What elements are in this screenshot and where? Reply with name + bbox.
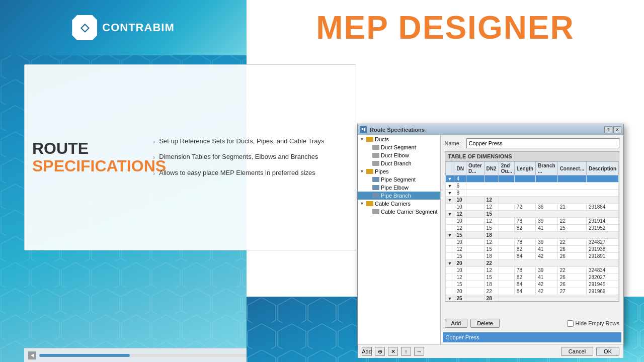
bullet-text-3: Allows to easy place MEP Elements in pre… bbox=[159, 168, 315, 177]
cell-od bbox=[466, 211, 484, 218]
tree-item-duct-segment[interactable]: Duct Segment bbox=[358, 143, 440, 151]
col-branch: Branch ... bbox=[536, 162, 557, 175]
table-row[interactable]: 10 12 72 36 21 291884 bbox=[445, 204, 618, 211]
cell-dn2: 18 bbox=[484, 281, 499, 288]
cell-dn: 15 bbox=[454, 253, 466, 260]
tree-item-ducts[interactable]: ▼ Ducts bbox=[358, 135, 440, 143]
cell-conn bbox=[557, 175, 586, 183]
slide-prev-btn[interactable]: ◀ bbox=[28, 351, 36, 359]
cell-dn: 20 bbox=[454, 260, 466, 267]
table-row-group[interactable]: ▼ 15 18 bbox=[445, 232, 618, 239]
table-row[interactable]: 12 15 82 41 26 291938 bbox=[445, 246, 618, 253]
tree-item-cable-segment[interactable]: Cable Carrier Segment bbox=[358, 208, 440, 216]
cell-branch: 36 bbox=[536, 204, 557, 211]
cell-conn: 22 bbox=[557, 239, 586, 246]
tree-item-pipe-elbow[interactable]: Pipe Elbow bbox=[358, 184, 440, 192]
table-row[interactable]: ▼ 8 bbox=[445, 190, 618, 197]
name-input[interactable] bbox=[466, 138, 619, 148]
table-row[interactable]: 15 18 84 42 26 291945 bbox=[445, 281, 618, 288]
cell-conn: 27 bbox=[557, 288, 586, 295]
footer-export-btn[interactable]: ↑ bbox=[401, 347, 411, 356]
table-row-group[interactable]: ▼ 20 22 bbox=[445, 260, 618, 267]
row-toggle bbox=[445, 246, 454, 253]
tree-item-pipes[interactable]: ▼ Pipes bbox=[358, 167, 440, 175]
cell-dn: 15 bbox=[454, 281, 466, 288]
footer-import-btn[interactable]: → bbox=[414, 347, 424, 356]
cell-dn2 bbox=[484, 175, 499, 183]
table-row[interactable]: 12 15 82 41 25 291952 bbox=[445, 225, 618, 232]
tree-item-pipe-branch[interactable]: Pipe Branch bbox=[358, 192, 440, 200]
copy-icon: ⊕ bbox=[378, 348, 382, 355]
tree-item-duct-elbow[interactable]: Duct Elbow bbox=[358, 151, 440, 159]
cell-branch: 39 bbox=[536, 267, 557, 274]
dialog-body: ▼ Ducts Duct Segment Duct Elbow Duct Bra… bbox=[358, 135, 623, 344]
slide-right: › Set up Reference Sets for Ducts, Pipes… bbox=[145, 65, 356, 250]
cell-conn: 26 bbox=[557, 253, 586, 260]
duct-segment-icon bbox=[372, 145, 379, 150]
footer-copy-btn[interactable]: ⊕ bbox=[375, 347, 385, 356]
cell-od bbox=[466, 281, 484, 288]
table-row-group[interactable]: ▼ 25 28 bbox=[445, 295, 618, 302]
cell-od bbox=[466, 204, 484, 211]
cell-conn: 26 bbox=[557, 281, 586, 288]
table-row[interactable]: 10 12 78 39 22 324834 bbox=[445, 267, 618, 274]
table-row[interactable]: ▼ 6 bbox=[445, 183, 618, 190]
dimensions-table-scroll[interactable]: DN Outer D... DN2 2nd Ou... Length Branc… bbox=[445, 161, 619, 302]
tree-toggle-pipes: ▼ bbox=[360, 169, 365, 174]
footer-add-btn[interactable]: Add bbox=[362, 347, 372, 356]
bullet-arrow-3: › bbox=[153, 169, 155, 178]
table-row[interactable]: 20 22 84 42 27 291969 bbox=[445, 288, 618, 295]
folder-icon-cable bbox=[366, 201, 373, 206]
cell-dn: 15 bbox=[454, 232, 466, 239]
table-row[interactable]: 15 18 84 42 26 291891 bbox=[445, 253, 618, 260]
row-toggle: ▼ bbox=[445, 183, 454, 190]
tree-item-cable[interactable]: ▼ Cable Carriers bbox=[358, 200, 440, 208]
cell-dn: 10 bbox=[454, 218, 466, 225]
cell-dn2: 15 bbox=[484, 211, 499, 218]
tree-item-pipe-segment[interactable]: Pipe Segment bbox=[358, 175, 440, 184]
spec-selected-item[interactable]: Copper Press bbox=[443, 332, 621, 342]
tree-toggle-cable: ▼ bbox=[360, 201, 365, 206]
cell-dn: 12 bbox=[454, 225, 466, 232]
table-row[interactable]: 10 12 78 39 22 291914 bbox=[445, 218, 618, 225]
dialog-help-btn[interactable]: ? bbox=[604, 126, 612, 133]
cell-dn2: 12 bbox=[484, 197, 499, 204]
row-toggle: ▼ bbox=[445, 295, 454, 302]
delete-icon: ✕ bbox=[391, 348, 395, 355]
table-row[interactable]: ▼ 4 bbox=[445, 175, 618, 183]
table-row[interactable]: 12 15 82 41 26 282027 bbox=[445, 274, 618, 281]
row-toggle: ▼ bbox=[445, 260, 454, 267]
hide-empty-checkbox[interactable] bbox=[567, 320, 574, 327]
add-row-btn[interactable]: Add bbox=[445, 319, 468, 328]
bottom-actions: Add Delete Hide Empty Rows bbox=[441, 317, 623, 330]
cell-desc bbox=[586, 175, 618, 183]
cell-branch bbox=[536, 175, 557, 183]
cell-dn2: 15 bbox=[484, 274, 499, 281]
bullet-3: › Allows to easy place MEP Elements in p… bbox=[153, 168, 348, 178]
cell-desc: 291969 bbox=[586, 288, 618, 295]
dialog-close-btn[interactable]: ✕ bbox=[613, 126, 621, 133]
row-toggle bbox=[445, 204, 454, 211]
footer-delete-btn[interactable]: ✕ bbox=[388, 347, 398, 356]
cell-branch: 42 bbox=[536, 288, 557, 295]
row-toggle bbox=[445, 267, 454, 274]
table-row-group[interactable]: ▼ 12 15 bbox=[445, 211, 618, 218]
cell-dn: 8 bbox=[454, 190, 466, 197]
cell-conn: 26 bbox=[557, 274, 586, 281]
bullet-2: › Dimension Tables for Segments, Elbows … bbox=[153, 152, 348, 162]
table-row[interactable]: 10 12 78 39 22 324827 bbox=[445, 239, 618, 246]
import-icon: → bbox=[417, 348, 422, 354]
bullet-text-1: Set up Reference Sets for Ducts, Pipes, … bbox=[159, 137, 324, 146]
table-row-group[interactable]: ▼ 10 12 bbox=[445, 197, 618, 204]
cell-od bbox=[466, 175, 484, 183]
tree-item-duct-branch[interactable]: Duct Branch bbox=[358, 159, 440, 167]
cell-dn2: 28 bbox=[484, 295, 499, 302]
ok-btn[interactable]: OK bbox=[596, 347, 619, 356]
cancel-btn[interactable]: Cancel bbox=[561, 347, 593, 356]
duct-elbow-icon bbox=[372, 153, 379, 158]
cell-branch: 39 bbox=[536, 239, 557, 246]
col-dn: DN bbox=[454, 162, 466, 175]
cell-dn2: 18 bbox=[484, 232, 499, 239]
add-icon: Add bbox=[362, 348, 372, 354]
delete-row-btn[interactable]: Delete bbox=[470, 319, 500, 328]
